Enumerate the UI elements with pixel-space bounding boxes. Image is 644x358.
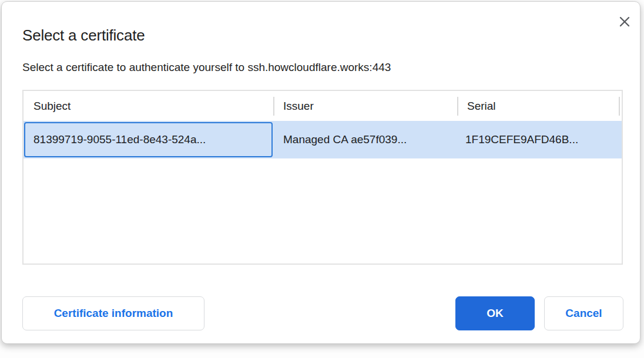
close-button[interactable]	[616, 13, 633, 30]
ok-button[interactable]: OK	[455, 296, 535, 330]
close-icon	[618, 15, 631, 28]
cell-subject: 81399719-9055-11ed-8e43-524a...	[24, 133, 273, 146]
dialog-subtitle: Select a certificate to authenticate you…	[22, 61, 391, 74]
table-header: Subject Issuer Serial	[24, 91, 622, 121]
column-divider	[457, 97, 458, 116]
cell-serial: 1F19CEFE9AFD46B...	[457, 133, 622, 146]
column-header-subject: Subject	[24, 100, 273, 113]
table-empty-area	[24, 158, 622, 264]
certificate-row[interactable]: 81399719-9055-11ed-8e43-524a... Managed …	[24, 121, 622, 158]
screen: Select a certificate Select a certificat…	[0, 0, 644, 358]
column-divider	[619, 97, 620, 116]
certificate-information-button[interactable]: Certificate information	[22, 296, 204, 330]
cell-issuer: Managed CA ae57f039...	[273, 133, 457, 146]
cell-serial-value: 1F19CEFE9AFD46B...	[465, 133, 578, 146]
column-header-issuer: Issuer	[273, 100, 457, 113]
cell-subject-value: 81399719-9055-11ed-8e43-524a...	[33, 133, 206, 146]
column-header-serial: Serial	[457, 100, 622, 113]
cancel-button[interactable]: Cancel	[544, 296, 623, 330]
column-divider	[273, 97, 274, 116]
dialog-title: Select a certificate	[22, 26, 145, 45]
certificate-table: Subject Issuer Serial 81399719-9055-11ed…	[22, 90, 623, 265]
certificate-dialog: Select a certificate Select a certificat…	[1, 1, 640, 344]
cell-issuer-value: Managed CA ae57f039...	[283, 133, 407, 146]
